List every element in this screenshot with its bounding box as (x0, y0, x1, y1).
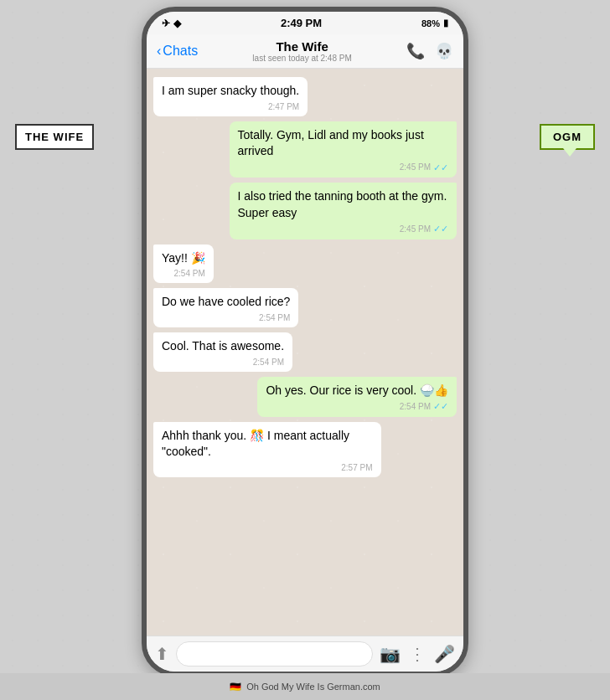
message-text: Oh yes. Our rice is very cool. 🍚👍 (266, 383, 448, 397)
back-button[interactable]: ‹ Chats (157, 44, 198, 59)
message-row: Oh yes. Our rice is very cool. 🍚👍2:54 PM… (153, 377, 457, 417)
nav-icons: 📞 💀 (406, 42, 453, 60)
message-row: Do we have cooled rice?2:54 PM (153, 288, 457, 327)
message-bubble: Cool. That is awesome.2:54 PM (153, 332, 292, 372)
phone-icon[interactable]: 📞 (406, 42, 425, 60)
contact-name: The Wife (204, 39, 400, 54)
wife-label: THE WIFE (15, 124, 94, 150)
message-input[interactable] (176, 641, 373, 667)
camera-button[interactable]: 📷 (380, 644, 401, 664)
status-bar: ✈ ◆ 2:49 PM 88% ▮ (147, 12, 463, 34)
bottom-bar: ⬆ 📷 ⋮ 🎤 (147, 636, 463, 672)
message-row: I am super snacky though.2:47 PM (153, 77, 457, 116)
message-time: 2:54 PM (253, 357, 284, 368)
skull-icon[interactable]: 💀 (435, 42, 453, 60)
message-row: Ahhh thank you. 🎊 I meant actually "cook… (153, 422, 457, 477)
message-check: ✓✓ (433, 400, 448, 413)
message-text: Yay!! 🎉 (162, 251, 205, 265)
message-text: Cool. That is awesome. (162, 339, 284, 353)
message-text: Do we have cooled rice? (162, 295, 290, 308)
battery-icon: ▮ (443, 18, 448, 28)
message-bubble: Totally. Gym, Lidl and my books just arr… (230, 121, 458, 178)
mic-button[interactable]: 🎤 (434, 644, 455, 664)
footer-icon: 🇩🇪 (230, 682, 241, 692)
chevron-left-icon: ‹ (157, 44, 161, 59)
message-text: Ahhh thank you. 🎊 I meant actually "cook… (162, 429, 349, 459)
message-row: Cool. That is awesome.2:54 PM (153, 332, 457, 372)
footer-text: Oh God My Wife Is German.com (246, 682, 380, 692)
message-bubble: Ahhh thank you. 🎊 I meant actually "cook… (153, 422, 381, 477)
message-time: 2:45 PM (400, 162, 431, 173)
back-label[interactable]: Chats (163, 44, 198, 59)
last-seen: last seen today at 2:48 PM (204, 54, 400, 63)
nav-title-area: The Wife last seen today at 2:48 PM (204, 39, 400, 63)
status-right: 88% ▮ (421, 18, 448, 28)
chat-area: I am super snacky though.2:47 PMTotally.… (147, 69, 463, 636)
airplane-icon: ✈ (162, 18, 170, 29)
message-text: I also tried the tanning booth at the gy… (238, 189, 447, 219)
message-time: 2:54 PM (400, 401, 431, 413)
message-time: 2:54 PM (174, 268, 205, 280)
status-left: ✈ ◆ (162, 18, 181, 29)
ogm-label: OGM (540, 124, 595, 150)
message-text: Totally. Gym, Lidl and my books just arr… (238, 128, 424, 158)
message-time: 2:47 PM (268, 101, 299, 113)
message-time: 2:57 PM (341, 462, 372, 474)
status-time: 2:49 PM (281, 17, 322, 29)
battery-pct: 88% (421, 18, 440, 28)
footer-bar: 🇩🇪 Oh God My Wife Is German.com (0, 673, 610, 700)
message-row: I also tried the tanning booth at the gy… (153, 183, 457, 239)
message-time: 2:54 PM (259, 312, 290, 324)
message-bubble: Do we have cooled rice?2:54 PM (153, 288, 298, 327)
message-row: Totally. Gym, Lidl and my books just arr… (153, 121, 457, 178)
message-text: I am super snacky though. (162, 84, 299, 97)
message-bubble: Oh yes. Our rice is very cool. 🍚👍2:54 PM… (257, 377, 457, 417)
phone-shell: ✈ ◆ 2:49 PM 88% ▮ ‹ Chats The Wife last … (142, 7, 468, 677)
message-bubble: I also tried the tanning booth at the gy… (230, 183, 458, 239)
message-bubble: Yay!! 🎉2:54 PM (153, 244, 214, 284)
message-check: ✓✓ (433, 162, 448, 174)
upload-button[interactable]: ⬆ (155, 644, 169, 664)
menu-button[interactable]: ⋮ (409, 644, 426, 664)
message-check: ✓✓ (433, 223, 448, 235)
bottom-icons: 📷 ⋮ 🎤 (380, 644, 455, 664)
nav-bar: ‹ Chats The Wife last seen today at 2:48… (147, 34, 463, 69)
message-bubble: I am super snacky though.2:47 PM (153, 77, 308, 116)
message-row: Yay!! 🎉2:54 PM (153, 244, 457, 284)
wifi-icon: ◆ (173, 18, 181, 29)
message-time: 2:45 PM (400, 224, 431, 235)
